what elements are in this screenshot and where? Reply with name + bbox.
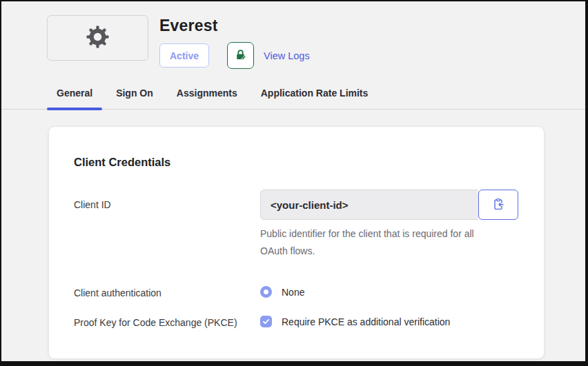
pkce-choice: Require PKCE as additional verification xyxy=(260,316,450,327)
pkce-option-label: Require PKCE as additional verification xyxy=(282,316,450,327)
pkce-label: Proof Key for Code Exchange (PKCE) xyxy=(74,316,260,328)
pkce-row: Proof Key for Code Exchange (PKCE) Requi… xyxy=(74,316,519,328)
tab-sign-on[interactable]: Sign On xyxy=(106,88,163,109)
client-id-field-group: Public identifier for the client that is… xyxy=(260,190,518,260)
tab-general[interactable]: General xyxy=(47,88,102,109)
client-id-input[interactable] xyxy=(260,190,478,220)
app-window: Everest Active Vi xyxy=(0,0,588,366)
client-id-help-text: Public identifier for the client that is… xyxy=(260,225,502,260)
tab-assignments[interactable]: Assignments xyxy=(167,88,247,109)
copy-to-clipboard-icon xyxy=(491,197,505,213)
tab-bar: General Sign On Assignments Application … xyxy=(1,88,585,110)
client-id-label: Client ID xyxy=(74,190,260,210)
check-icon xyxy=(262,316,270,328)
client-authentication-row: Client authentication None xyxy=(74,286,519,298)
app-header-actions: Active View Logs xyxy=(159,42,310,69)
page-title: Everest xyxy=(159,15,310,36)
lock-edit-icon xyxy=(234,48,247,63)
client-id-row: Client ID xyxy=(74,190,519,260)
app-header-text: Everest Active Vi xyxy=(159,15,310,69)
client-authentication-choice: None xyxy=(260,286,304,298)
view-logs-link[interactable]: View Logs xyxy=(264,50,310,61)
radio-none-label: None xyxy=(282,287,304,298)
client-authentication-label: Client authentication xyxy=(74,286,260,298)
radio-none-selected[interactable] xyxy=(260,286,272,298)
section-title: Client Credentials xyxy=(74,156,519,169)
copy-client-id-button[interactable] xyxy=(478,190,518,220)
app-logo-card xyxy=(47,15,148,61)
status-active-dropdown[interactable]: Active xyxy=(159,43,209,68)
client-credentials-card: Client Credentials Client ID xyxy=(48,126,545,359)
tab-application-rate-limits[interactable]: Application Rate Limits xyxy=(251,88,378,109)
app-header: Everest Active Vi xyxy=(1,1,585,69)
lock-edit-button[interactable] xyxy=(227,42,254,69)
pkce-checkbox-checked[interactable] xyxy=(260,316,272,327)
gear-icon xyxy=(85,24,110,52)
